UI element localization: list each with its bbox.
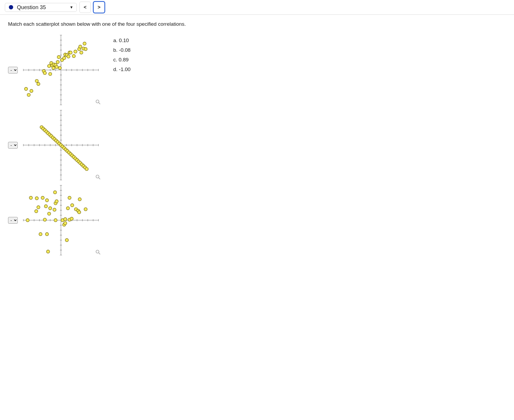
svg-point-33 [35,79,38,83]
option-d: d. -1.00 [113,65,130,74]
svg-point-38 [49,72,52,76]
scatter-row-2: - [8,108,103,183]
svg-point-170 [53,191,57,194]
svg-point-62 [83,42,86,45]
svg-point-186 [78,211,81,214]
question-prompt: Match each scatterplot shown below with … [8,21,506,27]
svg-point-30 [24,87,28,91]
svg-point-36 [43,71,46,75]
svg-point-189 [46,250,50,253]
svg-point-54 [69,51,72,54]
svg-point-182 [70,217,73,220]
question-body: - [8,32,506,258]
svg-point-181 [68,196,71,199]
next-button[interactable]: > [93,2,105,13]
svg-point-123 [85,167,88,171]
svg-point-47 [58,67,61,70]
svg-point-159 [35,197,38,200]
svg-line-125 [99,178,100,179]
points-3 [26,191,87,253]
content-area: Match each scatterplot shown below with … [0,15,514,264]
svg-line-191 [99,253,100,255]
svg-point-34 [37,82,40,86]
svg-point-58 [79,45,82,48]
svg-point-164 [44,205,48,208]
svg-point-176 [64,218,67,221]
option-b: b. -0.08 [113,45,130,55]
zoom-icon[interactable] [95,99,101,105]
svg-point-59 [80,51,83,54]
zoom-icon[interactable] [95,174,101,180]
svg-point-163 [43,218,46,221]
points-2 [40,126,88,171]
question-dropdown[interactable]: Question 35 ▼ [5,3,77,12]
svg-point-45 [56,60,59,64]
svg-point-166 [45,233,49,236]
svg-point-56 [74,50,77,53]
scatterplot-2 [19,108,103,183]
svg-point-158 [35,210,38,213]
svg-point-61 [84,47,87,51]
scatter-svg-2 [19,108,103,183]
svg-point-167 [48,212,51,215]
svg-point-178 [65,238,68,242]
question-label: Question 35 [17,4,46,10]
prev-button[interactable]: < [79,2,91,13]
svg-point-188 [84,208,87,211]
plots-column: - [8,32,103,258]
caret-down-icon: ▼ [70,5,73,9]
svg-point-160 [37,206,40,209]
svg-point-46 [57,56,60,59]
svg-point-168 [49,207,52,210]
points-1 [24,42,87,97]
svg-point-157 [29,196,32,199]
scatterplot-1 [19,32,103,108]
scatterplot-3 [19,183,103,258]
svg-point-52 [67,55,70,58]
scatter-svg-1 [19,32,103,108]
svg-point-177 [64,222,67,225]
option-c: c. 0.89 [113,55,130,65]
chevron-left-icon: < [84,5,87,10]
question-header: Question 35 ▼ < > [0,0,514,15]
svg-point-49 [63,56,66,60]
svg-line-64 [99,103,100,104]
svg-point-190 [96,250,99,253]
svg-point-165 [45,199,49,202]
svg-point-161 [39,233,42,236]
svg-point-124 [96,175,99,178]
svg-point-41 [52,67,55,70]
answer-select-3[interactable]: - [8,217,18,224]
svg-point-44 [55,65,58,69]
correlation-options: a. 0.10 b. -0.08 c. 0.89 d. -1.00 [113,32,130,74]
svg-point-31 [27,93,30,97]
svg-point-171 [54,219,57,222]
zoom-icon[interactable] [95,249,101,255]
svg-point-156 [26,219,29,222]
svg-point-63 [96,100,99,103]
scatter-row-3: - [8,183,103,258]
answer-select-2[interactable]: - [8,142,18,149]
svg-point-187 [78,198,81,201]
svg-point-183 [71,204,74,207]
scatter-row-1: - [8,32,103,108]
svg-point-169 [53,208,56,211]
chevron-right-icon: > [98,5,101,10]
scatter-svg-3 [19,183,103,258]
option-a: a. 0.10 [113,36,130,45]
svg-point-32 [30,89,33,93]
svg-point-37 [48,64,51,68]
svg-point-173 [55,200,58,203]
svg-point-55 [72,54,75,58]
answer-select-1[interactable]: - [8,67,18,73]
svg-point-162 [41,196,44,199]
status-dot-icon [9,5,13,9]
svg-point-179 [66,207,70,210]
